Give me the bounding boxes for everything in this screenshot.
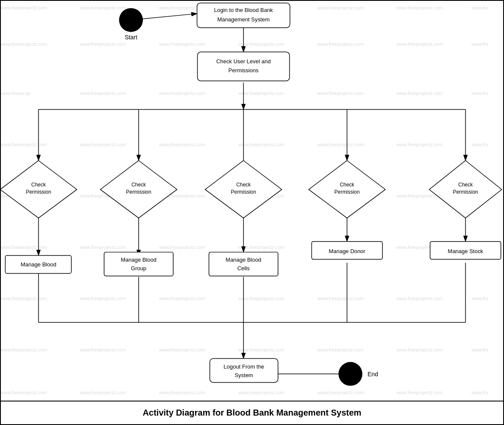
manage-blood-group-text-2: Group bbox=[131, 265, 146, 272]
diagram-container: www.freeprojectz.com www.freeprojectz.co… bbox=[0, 0, 504, 425]
logout-box bbox=[210, 359, 278, 383]
check-permission-text-1a: Check bbox=[31, 182, 46, 188]
login-text-2: Management System bbox=[217, 16, 270, 23]
check-permission-text-3a: Check bbox=[236, 182, 251, 188]
end-label: End bbox=[368, 371, 378, 378]
manage-blood-cells-text-1: Manage Blood bbox=[225, 257, 261, 263]
manage-blood-cells-text-2: Cells bbox=[237, 265, 250, 272]
manage-donor-text: Manage Donor bbox=[329, 248, 365, 254]
manage-blood-group-text-1: Manage Blood bbox=[121, 257, 156, 263]
check-permission-text-5b: Permission bbox=[453, 189, 478, 195]
check-permission-text-2b: Permission bbox=[126, 189, 151, 195]
logout-text-2: System bbox=[235, 372, 253, 378]
start-circle bbox=[119, 8, 143, 32]
end-circle bbox=[338, 362, 362, 386]
manage-stock-text: Manage Stock bbox=[448, 248, 483, 254]
check-permission-text-4b: Permission bbox=[335, 189, 360, 195]
check-user-level-text-2: Permissions bbox=[228, 67, 258, 74]
check-permission-text-3b: Permission bbox=[231, 189, 256, 195]
login-text-1: Login to the Blood Bank bbox=[214, 7, 273, 13]
manage-blood-group-box bbox=[104, 252, 173, 276]
diagram-svg: Start Login to the Blood Bank Management… bbox=[1, 1, 503, 424]
check-permission-text-1b: Permission bbox=[26, 189, 51, 195]
check-user-level-text-1: Check User Level and bbox=[216, 58, 270, 65]
title-bar: Activity Diagram for Blood Bank Manageme… bbox=[1, 401, 503, 424]
manage-blood-cells-box bbox=[209, 252, 278, 276]
logout-text-1: Logout From the bbox=[224, 363, 264, 370]
check-permission-text-5a: Check bbox=[458, 182, 473, 188]
start-label: Start bbox=[125, 34, 137, 41]
check-permission-text-4a: Check bbox=[340, 182, 354, 188]
diagram-title: Activity Diagram for Blood Bank Manageme… bbox=[142, 408, 361, 418]
check-permission-text-2a: Check bbox=[131, 182, 146, 188]
manage-blood-text: Manage Blood bbox=[21, 261, 56, 268]
check-user-level-box bbox=[198, 52, 290, 81]
